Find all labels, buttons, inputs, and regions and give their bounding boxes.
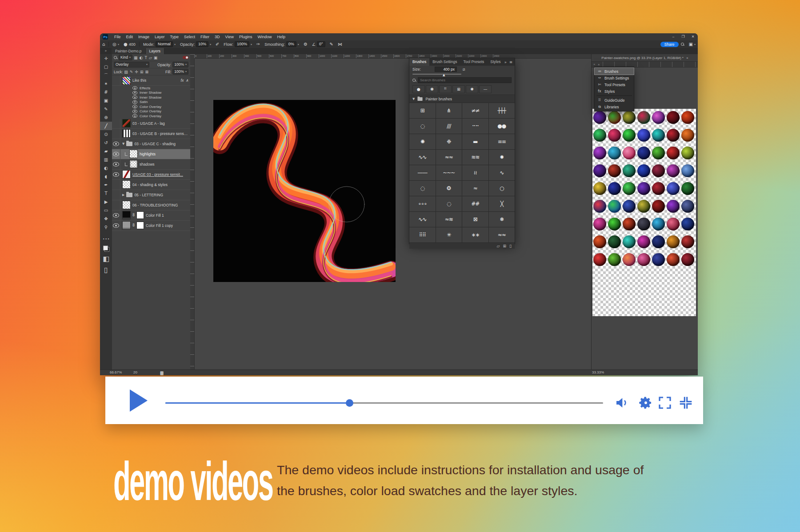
brush-preset[interactable]: ◌ <box>436 196 462 211</box>
brush-size-field[interactable]: 400 px <box>435 67 457 72</box>
color-swatch[interactable] <box>608 253 621 266</box>
brush-search-input[interactable] <box>418 77 512 83</box>
filter-toggle[interactable] <box>183 56 188 59</box>
brush-preset[interactable]: /// <box>436 119 462 134</box>
delete-layer-icon[interactable]: ▯ <box>160 371 162 375</box>
menu-item[interactable]: Image <box>136 33 152 40</box>
visibility-gutter[interactable] <box>112 75 120 85</box>
layer-row[interactable]: ▼ ▶ 8 04 - shading & styles <box>112 180 190 190</box>
clone-stamp-tool[interactable]: ⊙ <box>100 130 112 139</box>
group-chevron-icon[interactable]: ▼ <box>412 97 415 101</box>
color-swatch[interactable] <box>608 200 621 213</box>
layer-thumbnail[interactable] <box>122 221 131 230</box>
layer-mask-thumbnail[interactable] <box>136 222 144 229</box>
screen-mode-icon[interactable]: ▯ <box>104 266 108 274</box>
brush-preset[interactable]: ∿∿ <box>409 212 436 227</box>
brush-preset[interactable]: ✹ <box>489 150 515 165</box>
filter-shape-layers-icon[interactable]: ▱ <box>149 56 152 60</box>
marquee-tool[interactable]: ▢ <box>100 63 112 71</box>
type-tool[interactable]: T <box>100 189 112 198</box>
move-tool[interactable]: ✛ <box>100 54 112 63</box>
brush-size-preview[interactable]: ●400 <box>124 42 136 47</box>
pressure-opacity-icon[interactable]: ✐ <box>216 42 219 47</box>
layer-mask-thumbnail[interactable] <box>136 211 144 219</box>
fill-dropdown[interactable]: 100%▾ <box>172 69 188 75</box>
brush-tool[interactable]: ╱ <box>100 122 112 130</box>
color-swatch[interactable] <box>637 182 650 195</box>
canvas-area[interactable]: 0100200300400500600700800900100011001200… <box>190 54 591 370</box>
restore-button[interactable]: ❐ <box>678 33 688 40</box>
brush-preset[interactable]: ❉ <box>436 134 462 149</box>
brush-preset[interactable]: ≈≈ <box>436 150 462 165</box>
effect-visibility-icon[interactable] <box>132 110 137 113</box>
quick-mask-icon[interactable]: ◧ <box>103 254 109 263</box>
panel-tab[interactable]: Tool Presets <box>460 58 487 66</box>
hand-tool[interactable]: ✥ <box>100 214 112 223</box>
color-swatch[interactable] <box>623 129 636 142</box>
group-open-chevron[interactable]: ▼ <box>122 142 124 146</box>
layer-thumbnail[interactable] <box>129 160 138 168</box>
color-swatch[interactable] <box>667 235 680 248</box>
home-icon[interactable]: ⌂ <box>102 42 105 47</box>
color-swatch[interactable] <box>681 253 694 266</box>
search-icon[interactable] <box>681 43 684 46</box>
color-swatch[interactable] <box>681 129 694 142</box>
color-swatch[interactable] <box>593 111 606 124</box>
layer-opacity-dropdown[interactable]: 100%▾ <box>172 62 188 67</box>
lasso-tool[interactable]: ⌒ <box>100 71 112 79</box>
color-swatch[interactable] <box>652 235 665 248</box>
color-swatch[interactable] <box>667 218 680 230</box>
layer-effect-row[interactable]: Inner Shadow <box>112 95 190 100</box>
color-swatch[interactable] <box>637 200 650 213</box>
brush-preset[interactable]: ❂ <box>436 181 462 196</box>
layer-effect-row[interactable]: Color Overlay <box>112 109 190 114</box>
lock-artboard-icon[interactable]: ⊞ <box>140 70 144 74</box>
color-swatch[interactable] <box>593 218 606 230</box>
mask-link-icon[interactable]: 8 <box>132 223 135 227</box>
history-brush-tool[interactable]: ↺ <box>100 139 112 147</box>
collapse-styles-icon[interactable]: ∧ <box>185 78 188 83</box>
color-swatch[interactable] <box>608 129 621 142</box>
brush-preset[interactable]: ✳ <box>436 227 462 242</box>
fullscreen-icon[interactable] <box>658 396 672 410</box>
color-swatch[interactable] <box>608 164 621 177</box>
close-button[interactable]: ✕ <box>688 33 698 40</box>
visibility-toggle-icon[interactable] <box>113 162 119 167</box>
volume-icon[interactable] <box>615 396 629 410</box>
color-swatch[interactable] <box>652 164 665 177</box>
delete-brush-icon[interactable]: ▯ <box>509 244 512 248</box>
color-swatch[interactable] <box>652 111 665 124</box>
new-brush-icon[interactable]: ⊞ <box>503 244 507 248</box>
brush-preset[interactable]: ≋≋ <box>462 150 488 165</box>
brush-preset[interactable]: ❅ <box>489 212 515 227</box>
layer-thumbnail[interactable] <box>129 150 138 158</box>
foreground-background-swatches[interactable] <box>103 246 109 252</box>
color-swatch[interactable] <box>623 182 636 195</box>
panel-tab[interactable]: Brushes <box>409 58 429 66</box>
visibility-toggle-icon[interactable] <box>113 142 119 146</box>
exit-fullscreen-icon[interactable] <box>679 396 693 410</box>
brush-preset[interactable]: ≀≀ <box>462 165 488 180</box>
size-pressure-icon[interactable]: ⧄ <box>463 67 465 72</box>
panel-collapse-icon[interactable]: » <box>504 60 507 64</box>
layer-thumbnail[interactable] <box>122 170 131 179</box>
panel-tab[interactable]: Styles <box>487 58 504 66</box>
brush-preset-icon[interactable]: ◎▾ <box>112 42 119 47</box>
panel-collapse-icon[interactable]: » <box>100 48 112 54</box>
layer-row[interactable]: ▼ ▶ 8 USAGE 03 - pressure sensit... <box>112 170 190 180</box>
menu-item[interactable]: File <box>112 33 124 40</box>
color-swatch[interactable] <box>681 218 694 230</box>
filter-smart-objects-icon[interactable]: ▣ <box>154 56 158 60</box>
color-swatch[interactable] <box>681 200 694 213</box>
brush-preset[interactable]: ●● <box>489 119 515 134</box>
brush-preset[interactable]: ▬ <box>462 134 488 149</box>
brush-preset[interactable]: ╳ <box>489 196 515 211</box>
color-swatch[interactable] <box>652 182 665 195</box>
brush-preset[interactable]: ≠≠ <box>462 103 488 118</box>
brush-angle-field[interactable]: ∠0° <box>312 41 325 47</box>
color-swatch[interactable] <box>667 147 680 159</box>
layers-panel-tab[interactable]: Layers <box>146 48 165 54</box>
panel-tab[interactable]: Brush Settings <box>429 58 460 66</box>
brush-preset[interactable]: ⊞ <box>409 103 436 118</box>
layer-row[interactable]: ▼ ▶ 8 03 - USAGE A - lag <box>112 119 190 129</box>
